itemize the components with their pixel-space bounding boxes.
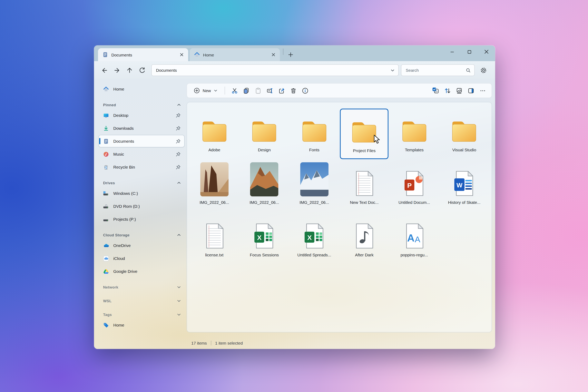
file-item-untitled-spreadsheet[interactable]: X Untitled Spreads... [290, 214, 339, 264]
mouse-cursor [374, 134, 381, 145]
details-pane-button[interactable] [465, 85, 477, 96]
pin-icon[interactable] [175, 151, 181, 157]
file-item-design[interactable]: Design [240, 108, 289, 159]
svg-text:X: X [257, 234, 262, 241]
title-bar-drag-area[interactable] [295, 46, 443, 61]
folder-icon [250, 120, 279, 144]
chevron-up-icon[interactable] [177, 102, 181, 107]
sidebar-item-music[interactable]: Music [99, 148, 184, 160]
sidebar-section-pinned[interactable]: Pinned [99, 101, 184, 108]
desktop-wallpaper: Documents Home [0, 0, 588, 392]
tab-close-icon[interactable] [178, 51, 185, 58]
maximize-button[interactable] [460, 46, 478, 58]
documents-icon [103, 138, 109, 144]
file-item-untitled-document[interactable]: P Untitled Docum... [390, 161, 439, 212]
sidebar-item-home[interactable]: Home [99, 83, 184, 95]
refresh-button[interactable] [136, 65, 148, 76]
sidebar: Home Pinned Desktop Downloads [94, 79, 186, 349]
sidebar-item-icloud[interactable]: iCloud [99, 252, 184, 264]
file-item-poppins-regular[interactable]: A A poppins-regu... [390, 214, 439, 264]
minimize-button[interactable] [443, 46, 460, 58]
more-button[interactable] [477, 85, 488, 96]
file-item-focus-sessions[interactable]: X Focus Sessions [240, 214, 289, 264]
pin-icon[interactable] [175, 112, 181, 118]
tab-divider [283, 48, 284, 55]
sidebar-item-recycle-bin[interactable]: Recycle Bin [99, 161, 184, 173]
address-bar[interactable] [151, 64, 399, 76]
pin-icon[interactable] [175, 164, 181, 170]
info-button[interactable] [299, 85, 311, 96]
window-controls [443, 46, 495, 58]
sidebar-section-cloud-storage[interactable]: Cloud Storage [99, 231, 184, 239]
more-icon [480, 88, 486, 94]
search-box[interactable] [401, 64, 475, 76]
file-item-templates[interactable]: Templates [390, 108, 439, 159]
tab-label: Home [203, 52, 266, 57]
file-item-img-2022-06-1[interactable]: IMG_2022_06... [190, 161, 239, 212]
window-body: Home Pinned Desktop Downloads [94, 79, 495, 349]
new-button[interactable]: New [190, 85, 221, 96]
settings-button[interactable] [478, 65, 489, 76]
file-item-new-text-doc[interactable]: New Text Doc... [340, 161, 389, 212]
plus-icon [288, 52, 293, 57]
tab-documents[interactable]: Documents [98, 48, 188, 61]
chevron-down-icon[interactable] [177, 298, 181, 303]
svg-text:X: X [307, 234, 312, 241]
cut-button[interactable] [228, 85, 240, 96]
file-item-fonts[interactable]: Fonts [290, 108, 339, 159]
sidebar-item-home-tag[interactable]: Home [99, 319, 184, 331]
rename-button[interactable] [264, 85, 276, 96]
sidebar-section-tags[interactable]: Tags [99, 310, 184, 318]
minimize-icon [450, 50, 454, 54]
sidebar-item-desktop[interactable]: Desktop [99, 109, 184, 121]
windows-drive-icon [103, 190, 109, 196]
font-file-icon: A A [404, 223, 424, 249]
select-multiple-button[interactable] [430, 85, 442, 96]
sidebar-item-google-drive[interactable]: Google Drive [99, 266, 184, 277]
sidebar-item-windows-c[interactable]: Windows (C:) [99, 188, 184, 199]
forward-button[interactable] [111, 65, 122, 76]
new-tab-button[interactable] [286, 50, 295, 59]
pin-icon[interactable] [175, 138, 181, 144]
address-input[interactable] [155, 68, 390, 73]
file-item-after-dark[interactable]: After Dark [340, 214, 389, 264]
back-button[interactable] [99, 65, 110, 76]
up-button[interactable] [124, 65, 135, 76]
sidebar-section-wsl[interactable]: WSL [99, 297, 184, 304]
tab-close-icon[interactable] [270, 51, 277, 58]
trash-icon [290, 87, 296, 94]
chevron-up-icon[interactable] [177, 233, 181, 237]
close-button[interactable] [478, 46, 495, 58]
file-item-adobe[interactable]: Adobe [190, 108, 239, 159]
file-item-img-2022-06-3[interactable]: IMG_2022_06... [290, 161, 339, 212]
file-item-project-files[interactable]: Project Files [340, 108, 389, 159]
file-item-img-2022-06-2[interactable]: IMG_2022_06... [240, 161, 289, 212]
chevron-down-icon[interactable] [390, 68, 395, 72]
svg-text:P: P [407, 182, 412, 189]
powerpoint-file-icon: P [404, 170, 424, 196]
sidebar-item-projects-p[interactable]: Projects (P:) [99, 213, 184, 225]
google-drive-icon [103, 268, 109, 274]
chevron-down-icon[interactable] [177, 312, 181, 316]
sidebar-item-dvd-rom-d[interactable]: DVD Rom (D:) [99, 200, 184, 212]
sidebar-item-onedrive[interactable]: OneDrive [99, 240, 184, 251]
paste-button[interactable] [252, 85, 264, 96]
plus-circle-icon [194, 88, 200, 94]
file-item-history-of-skate[interactable]: W History of Skate... [440, 161, 489, 212]
share-button[interactable] [276, 85, 287, 96]
sidebar-item-downloads[interactable]: Downloads [99, 122, 184, 134]
sidebar-item-documents[interactable]: Documents [99, 135, 184, 147]
search-input[interactable] [405, 68, 466, 73]
chevron-down-icon[interactable] [177, 285, 181, 289]
pin-icon[interactable] [175, 125, 181, 131]
delete-button[interactable] [287, 85, 299, 96]
file-item-license-txt[interactable]: license.txt [190, 214, 239, 264]
chevron-up-icon[interactable] [177, 180, 181, 185]
sidebar-section-network[interactable]: Network [99, 283, 184, 291]
file-item-visual-studio[interactable]: Visual Studio [440, 108, 489, 159]
view-button[interactable] [453, 85, 465, 96]
tab-home[interactable]: Home [190, 48, 280, 61]
sort-button[interactable] [442, 85, 453, 96]
copy-button[interactable] [240, 85, 252, 96]
sidebar-section-drives[interactable]: Drives [99, 179, 184, 186]
